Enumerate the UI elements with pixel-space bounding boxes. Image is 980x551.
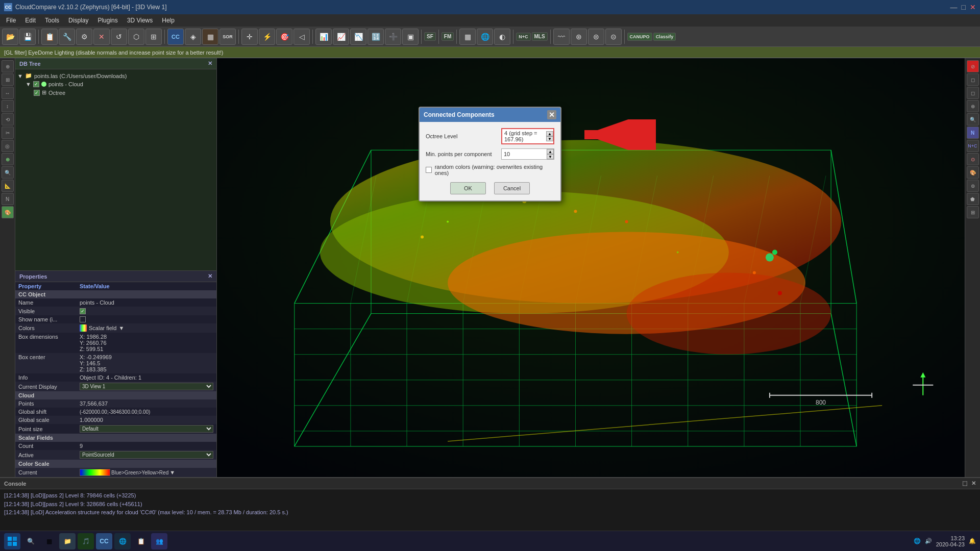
toolbar-action8[interactable]: ▣ bbox=[402, 29, 419, 45]
clipboard-button[interactable]: 📋 bbox=[133, 533, 149, 549]
minimize-button[interactable]: — bbox=[950, 3, 958, 11]
nav-btn-10[interactable]: 📐 bbox=[2, 180, 14, 192]
colors-dropdown-arrow[interactable]: ▼ bbox=[118, 325, 124, 331]
octree-level-down[interactable]: ▼ bbox=[546, 136, 553, 141]
dialog-cancel-button[interactable]: Cancel bbox=[494, 182, 530, 194]
menu-3dviews[interactable]: 3D Views bbox=[123, 16, 157, 25]
menu-display[interactable]: Display bbox=[64, 16, 92, 25]
toolbar-classify-label[interactable]: Classify bbox=[653, 33, 676, 41]
music-button[interactable]: 🎵 bbox=[78, 533, 94, 549]
colorscale-arrow[interactable]: ▼ bbox=[169, 469, 175, 475]
toolbar-chart4[interactable]: 🔢 bbox=[368, 29, 384, 45]
right-btn-11[interactable]: ⬟ bbox=[967, 193, 979, 205]
nav-btn-7[interactable]: ◎ bbox=[2, 140, 14, 152]
start-button[interactable] bbox=[4, 533, 20, 549]
toolbar-action4[interactable]: ▦ bbox=[202, 29, 218, 45]
toolbar-chart1[interactable]: 📊 bbox=[315, 29, 332, 45]
nav-btn-4[interactable]: ↕ bbox=[2, 100, 14, 112]
right-btn-1[interactable]: ⊘ bbox=[967, 60, 979, 72]
menu-plugins[interactable]: Plugins bbox=[93, 16, 121, 25]
taskbar-network[interactable]: 🌐 bbox=[914, 538, 921, 544]
right-btn-9[interactable]: 🎨 bbox=[967, 166, 979, 179]
browser-button[interactable]: 🌐 bbox=[114, 533, 131, 549]
min-points-up[interactable]: ▲ bbox=[547, 149, 554, 154]
octree-level-input[interactable]: 4 (grid step = 167.96) ▲ ▼ bbox=[501, 128, 554, 144]
toolbar-action9[interactable]: ▦ bbox=[459, 29, 476, 45]
tree-item-octree[interactable]: ✓ ⊞ Octree bbox=[34, 88, 214, 97]
toolbar-canupо1-label[interactable]: CANUPO bbox=[627, 33, 652, 41]
teams-button[interactable]: 👥 bbox=[151, 533, 167, 549]
toolbar-action15[interactable]: ⊝ bbox=[605, 29, 622, 45]
toolbar-chart3[interactable]: 📉 bbox=[350, 29, 366, 45]
toolbar-add[interactable]: ➕ bbox=[385, 29, 401, 45]
toolbar-properties[interactable]: 📋 bbox=[41, 29, 58, 45]
right-btn-5[interactable]: 🔍 bbox=[967, 113, 979, 126]
nav-btn-11[interactable]: N bbox=[2, 193, 14, 205]
toolbar-action6[interactable]: 🎯 bbox=[276, 29, 292, 45]
menu-edit[interactable]: Edit bbox=[21, 16, 40, 25]
toolbar-settings[interactable]: ⚙ bbox=[76, 29, 92, 45]
toolbar-undo[interactable]: ↺ bbox=[111, 29, 127, 45]
toolbar-action3[interactable]: ◈ bbox=[185, 29, 201, 45]
toolbar-filter[interactable]: 🔧 bbox=[59, 29, 75, 45]
right-btn-3[interactable]: ◻ bbox=[967, 87, 979, 99]
toolbar-open[interactable]: 📂 bbox=[2, 29, 18, 45]
octree-level-spinner[interactable]: ▲ ▼ bbox=[546, 131, 553, 141]
console-close[interactable]: ✕ bbox=[971, 480, 976, 487]
menu-tools[interactable]: Tools bbox=[41, 16, 63, 25]
toolbar-action2[interactable]: ⊞ bbox=[145, 29, 162, 45]
nav-btn-9[interactable]: 🔍 bbox=[2, 166, 14, 179]
cloud-visible-checkbox[interactable]: ✓ bbox=[33, 81, 39, 87]
menu-file[interactable]: File bbox=[2, 16, 20, 25]
nav-btn-1[interactable]: ⊕ bbox=[2, 60, 14, 72]
toolbar-nmc-label[interactable]: N+C bbox=[516, 33, 530, 41]
toolbar-fm-label[interactable]: FM bbox=[442, 32, 454, 41]
dialog-ok-button[interactable]: OK bbox=[450, 182, 486, 194]
right-btn-4[interactable]: ⊕ bbox=[967, 100, 979, 112]
taskbar-notification[interactable]: 🔔 bbox=[969, 538, 976, 544]
toolbar-action14[interactable]: ⊜ bbox=[588, 29, 604, 45]
right-btn-2[interactable]: ◻ bbox=[967, 73, 979, 86]
toolbar-cc[interactable]: CC bbox=[167, 29, 184, 45]
console-expand[interactable]: ⬚ bbox=[962, 480, 967, 487]
toolbar-sf-label[interactable]: SF bbox=[424, 32, 436, 41]
min-points-spinner[interactable]: ▲ ▼ bbox=[547, 149, 554, 159]
toolbar-chart2[interactable]: 📈 bbox=[333, 29, 349, 45]
min-points-down[interactable]: ▼ bbox=[547, 154, 554, 159]
toolbar-move[interactable]: ✛ bbox=[241, 29, 258, 45]
right-btn-7[interactable]: N+C bbox=[967, 140, 979, 152]
toolbar-action1[interactable]: ⬡ bbox=[128, 29, 144, 45]
showname-checkbox[interactable] bbox=[80, 316, 86, 322]
toolbar-mls-label[interactable]: MLS bbox=[532, 32, 548, 41]
menu-help[interactable]: Help bbox=[158, 16, 179, 25]
maximize-button[interactable]: □ bbox=[962, 3, 966, 11]
tree-item-cloud[interactable]: ▼ ✓ points - Cloud bbox=[26, 80, 214, 88]
nav-btn-8[interactable]: ⊕ bbox=[2, 153, 14, 165]
pointsize-dropdown[interactable]: Default bbox=[80, 425, 213, 433]
octree-visible-checkbox[interactable]: ✓ bbox=[34, 90, 40, 96]
properties-close[interactable]: ✕ bbox=[208, 273, 212, 280]
tree-item-file[interactable]: ▼ 📁 points.las (C:/Users/user/Downloads) bbox=[17, 71, 214, 80]
active-dropdown[interactable]: PointSourceId bbox=[80, 451, 213, 459]
toolbar-action7[interactable]: ◁ bbox=[293, 29, 310, 45]
taskview-button[interactable]: ▦ bbox=[41, 533, 57, 549]
nav-btn-3[interactable]: ↔ bbox=[2, 87, 14, 99]
display-dropdown[interactable]: 3D View 1 bbox=[80, 383, 213, 390]
explorer-button[interactable]: 📁 bbox=[59, 533, 76, 549]
random-colors-checkbox[interactable] bbox=[426, 167, 432, 173]
right-btn-8[interactable]: ⊙ bbox=[967, 153, 979, 165]
nav-btn-5[interactable]: ⟲ bbox=[2, 113, 14, 126]
taskbar-volume[interactable]: 🔊 bbox=[925, 538, 932, 544]
dialog-close-button[interactable]: ✕ bbox=[547, 110, 556, 119]
toolbar-action11[interactable]: ◐ bbox=[494, 29, 510, 45]
nav-btn-6[interactable]: ✂ bbox=[2, 127, 14, 139]
toolbar-action13[interactable]: ⊛ bbox=[571, 29, 587, 45]
toolbar-delete[interactable]: ✕ bbox=[93, 29, 110, 45]
toolbar-action12[interactable]: 〰 bbox=[553, 29, 570, 45]
db-tree-close[interactable]: ✕ bbox=[208, 60, 212, 67]
search-taskbar-button[interactable]: 🔍 bbox=[22, 533, 39, 549]
toolbar-sor[interactable]: SOR bbox=[219, 29, 236, 45]
right-btn-12[interactable]: ⊞ bbox=[967, 206, 979, 218]
close-button[interactable]: ✕ bbox=[970, 3, 976, 11]
nav-btn-2[interactable]: ⊞ bbox=[2, 73, 14, 86]
